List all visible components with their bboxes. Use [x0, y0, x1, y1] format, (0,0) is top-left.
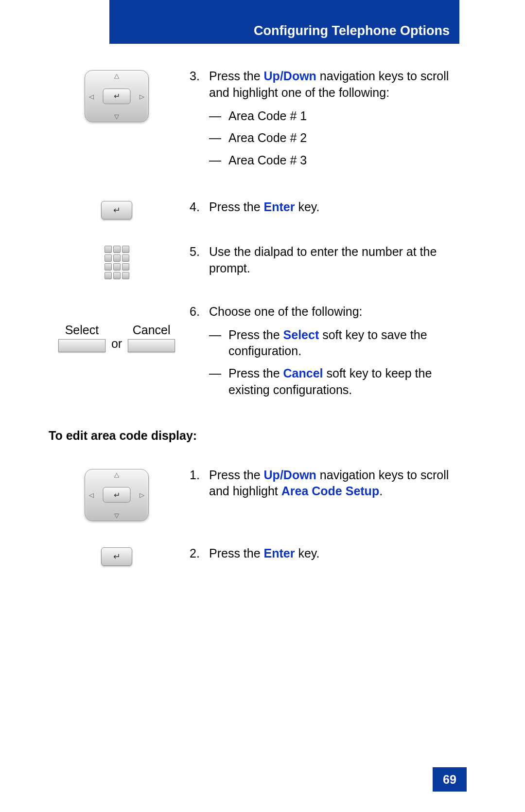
text: Press the: [209, 546, 264, 560]
navpad-icon: △ ▽ ◁ ▷ ↵: [85, 70, 149, 122]
text: Press the: [209, 69, 264, 83]
enter-key-icon: ↵: [101, 547, 132, 566]
cancel-softkey-icon: [128, 339, 175, 352]
edit-step-2-row: ↵ 2. Press the Enter key.: [44, 545, 472, 566]
dash: —: [209, 108, 228, 125]
edit-step-1-text: 1. Press the Up/Down navigation keys to …: [190, 467, 472, 500]
dash: —: [209, 327, 228, 360]
step-number: 6.: [190, 304, 209, 404]
page-header: Configuring Telephone Options: [109, 23, 450, 38]
dash: —: [209, 365, 228, 398]
enter-center-icon: ↵: [103, 487, 131, 503]
enter-term: Enter: [264, 200, 295, 214]
text: Press the: [209, 468, 264, 482]
area-code-option: Area Code # 3: [228, 152, 307, 169]
subheading: To edit area code display:: [49, 429, 472, 443]
step-5-row: 5. Use the dialpad to enter the number a…: [44, 244, 472, 279]
updown-term: Up/Down: [264, 468, 316, 482]
dash: —: [209, 130, 228, 146]
step-6-row: Select or Cancel 6. Choose one of the fo…: [44, 304, 472, 404]
step-3-text: 3. Press the Up/Down navigation keys to …: [190, 68, 472, 175]
arrow-up-icon: △: [114, 72, 119, 79]
step-6-text: 6. Choose one of the following: — Press …: [190, 304, 472, 404]
select-term: Select: [283, 328, 319, 342]
text: key.: [295, 200, 319, 214]
softkey-illustration: Select or Cancel: [44, 304, 190, 352]
edit-step-1-row: △ ▽ ◁ ▷ ↵ 1. Press the Up/Down navigatio…: [44, 467, 472, 521]
arrow-up-icon: △: [114, 471, 119, 478]
step-4-row: ↵ 4. Press the Enter key.: [44, 199, 472, 219]
area-code-option: Area Code # 2: [228, 130, 307, 146]
softkey-group: Select or Cancel: [58, 323, 175, 352]
text: Press the: [228, 328, 283, 342]
enter-key-illustration: ↵: [44, 545, 190, 566]
arrow-right-icon: ▷: [140, 92, 144, 100]
step-number: 1.: [190, 467, 209, 500]
text: Use the dialpad to enter the number at t…: [209, 244, 472, 277]
select-softkey-icon: [58, 339, 105, 352]
cancel-softkey-label: Cancel: [133, 323, 171, 337]
text: Press the: [209, 200, 264, 214]
dialpad-illustration: [44, 244, 190, 279]
area-code-option: Area Code # 1: [228, 108, 307, 125]
enter-center-icon: ↵: [103, 89, 131, 104]
manual-page: Configuring Telephone Options △ ▽ ◁ ▷ ↵ …: [0, 0, 525, 812]
step-5-text: 5. Use the dialpad to enter the number a…: [190, 244, 472, 277]
arrow-left-icon: ◁: [89, 92, 94, 100]
updown-term: Up/Down: [264, 69, 316, 83]
nav-key-illustration: △ ▽ ◁ ▷ ↵: [44, 68, 190, 122]
arrow-right-icon: ▷: [140, 491, 144, 499]
step-4-text: 4. Press the Enter key.: [190, 199, 472, 216]
text: .: [379, 484, 383, 498]
text: key.: [295, 546, 319, 560]
arrow-down-icon: ▽: [114, 113, 119, 120]
enter-key-illustration: ↵: [44, 199, 190, 219]
step-3-row: △ ▽ ◁ ▷ ↵ 3. Press the Up/Down navigatio…: [44, 68, 472, 175]
page-number: 69: [433, 767, 467, 792]
arrow-left-icon: ◁: [89, 491, 94, 499]
step-number: 2.: [190, 545, 209, 562]
text: Choose one of the following:: [209, 305, 363, 318]
page-content: △ ▽ ◁ ▷ ↵ 3. Press the Up/Down navigatio…: [44, 68, 472, 590]
text: Press the: [228, 366, 283, 380]
step-number: 4.: [190, 199, 209, 216]
area-code-setup-term: Area Code Setup: [281, 484, 379, 498]
dash: —: [209, 152, 228, 169]
step-number: 3.: [190, 68, 209, 175]
enter-key-icon: ↵: [101, 201, 132, 219]
enter-term: Enter: [264, 546, 295, 560]
cancel-term: Cancel: [283, 366, 323, 380]
dialpad-icon: [105, 246, 129, 279]
or-text: or: [109, 337, 124, 351]
step-number: 5.: [190, 244, 209, 277]
select-softkey-label: Select: [65, 323, 99, 337]
navpad-icon: △ ▽ ◁ ▷ ↵: [85, 469, 149, 521]
nav-key-illustration: △ ▽ ◁ ▷ ↵: [44, 467, 190, 521]
arrow-down-icon: ▽: [114, 512, 119, 519]
edit-step-2-text: 2. Press the Enter key.: [190, 545, 472, 562]
